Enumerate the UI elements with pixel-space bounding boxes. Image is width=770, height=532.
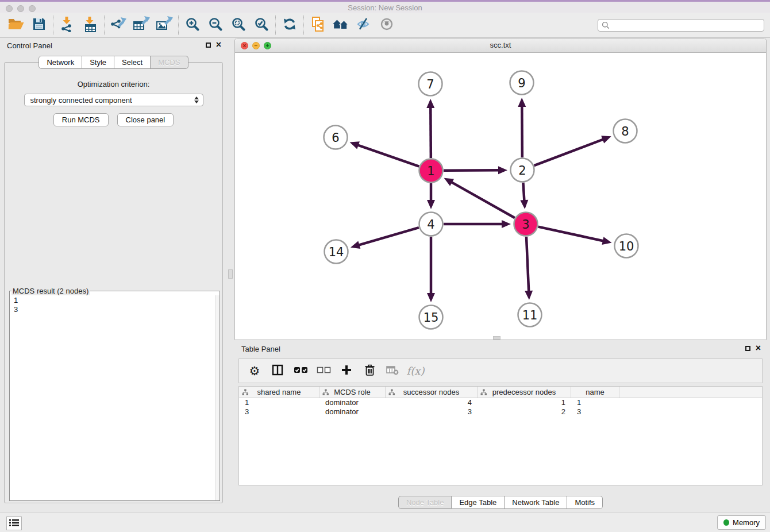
table-toolbar: ⚙ xyxy=(238,358,763,383)
graph-edge-1-2[interactable] xyxy=(444,166,507,174)
select-all-columns-button[interactable] xyxy=(292,361,309,381)
svg-text:7: 7 xyxy=(426,78,434,91)
column-header-successor-nodes[interactable]: successor nodes xyxy=(386,387,478,398)
tab-select[interactable]: Select xyxy=(114,56,151,69)
run-mcds-button[interactable]: Run MCDS xyxy=(53,113,109,126)
tab-motifs[interactable]: Motifs xyxy=(567,496,603,509)
close-panel-icon[interactable]: × xyxy=(216,42,221,48)
float-panel-icon[interactable] xyxy=(206,43,211,48)
tab-style[interactable]: Style xyxy=(82,56,114,69)
table-cell[interactable]: dominator xyxy=(319,398,386,407)
zoom-fit-button[interactable] xyxy=(227,14,250,36)
graph-edge-3-11[interactable] xyxy=(525,237,533,300)
network-canvas[interactable]: 1234678910111415 xyxy=(235,53,766,340)
mcds-result-text[interactable]: 1 3 xyxy=(10,295,220,315)
table-settings-button[interactable]: ⚙ xyxy=(246,361,263,381)
export-table-button[interactable] xyxy=(130,14,153,36)
memory-button[interactable]: Memory xyxy=(717,515,766,530)
houses-button[interactable] xyxy=(329,14,352,36)
plus-icon xyxy=(341,364,352,377)
graph-node-4[interactable]: 4 xyxy=(419,213,443,236)
vertical-splitter[interactable] xyxy=(227,38,234,512)
column-header-name[interactable]: name xyxy=(571,387,619,398)
graph-node-10[interactable]: 10 xyxy=(615,234,638,258)
task-history-button[interactable] xyxy=(6,516,22,530)
graph-edge-2-9[interactable] xyxy=(518,98,526,157)
clone-network-button[interactable] xyxy=(306,14,329,36)
graph-node-14[interactable]: 14 xyxy=(325,240,348,264)
column-header-MCDS-role[interactable]: MCDS role xyxy=(319,387,386,398)
table-cell[interactable]: 2 xyxy=(478,407,571,417)
import-network-button[interactable] xyxy=(56,14,79,36)
graph-edge-1-4[interactable] xyxy=(427,183,435,209)
table-cell[interactable]: 3 xyxy=(239,407,319,417)
table-row[interactable]: 1dominator411 xyxy=(239,398,762,407)
refresh-layout-button[interactable] xyxy=(278,14,301,36)
graph-node-11[interactable]: 11 xyxy=(518,303,542,327)
export-network-button[interactable] xyxy=(107,14,130,36)
graph-node-15[interactable]: 15 xyxy=(419,306,443,329)
tab-network-table[interactable]: Network Table xyxy=(505,496,567,509)
column-header-predecessor-nodes[interactable]: predecessor nodes xyxy=(478,387,571,398)
splitter-grip[interactable] xyxy=(228,269,233,279)
svg-text:3: 3 xyxy=(522,218,529,232)
graph-edge-2-3[interactable] xyxy=(520,183,528,209)
graph-node-3[interactable]: 3 xyxy=(514,213,538,236)
status-bar: Memory xyxy=(0,512,770,532)
result-scrollbar[interactable] xyxy=(215,295,220,500)
graph-node-8[interactable]: 8 xyxy=(614,119,637,143)
graph-edge-4-15[interactable] xyxy=(427,237,435,302)
apply-function-button[interactable]: f(x) xyxy=(407,361,424,381)
zoom-out-button[interactable] xyxy=(204,14,227,36)
table-cell[interactable]: 4 xyxy=(386,398,478,407)
clone-network-icon xyxy=(310,16,325,34)
toolbar-separator xyxy=(275,16,276,35)
import-table-button[interactable] xyxy=(79,14,102,36)
table-cell[interactable]: 3 xyxy=(386,407,478,417)
close-table-panel-icon[interactable]: × xyxy=(756,345,761,351)
graph-node-1[interactable]: 1 xyxy=(419,159,443,183)
table-cell[interactable]: 1 xyxy=(571,398,619,407)
tab-network[interactable]: Network xyxy=(38,56,82,69)
import-network-icon xyxy=(59,16,75,34)
save-session-button[interactable] xyxy=(28,14,51,36)
zoom-selected-button[interactable] xyxy=(250,14,273,36)
tab-node-table[interactable]: Node Table xyxy=(398,496,452,509)
tab-edge-table[interactable]: Edge Table xyxy=(452,496,505,509)
zoom-in-button[interactable] xyxy=(181,14,204,36)
show-eye-button[interactable] xyxy=(375,14,398,36)
column-header-shared-name[interactable]: shared name xyxy=(239,387,319,398)
unselect-all-columns-button[interactable] xyxy=(315,361,332,381)
graph-node-9[interactable]: 9 xyxy=(510,71,534,95)
canvas-bottom-grip[interactable] xyxy=(493,336,500,340)
graph-edge-1-6[interactable] xyxy=(350,141,419,166)
float-table-panel-icon[interactable] xyxy=(745,346,750,351)
table-tabs: Node TableEdge TableNetwork TableMotifs xyxy=(234,496,767,509)
zoom-fit-icon xyxy=(231,17,246,33)
graph-node-6[interactable]: 6 xyxy=(324,126,348,149)
delete-column-button[interactable] xyxy=(361,361,378,381)
table-cell[interactable]: 1 xyxy=(478,398,571,407)
close-panel-button[interactable]: Close panel xyxy=(117,113,174,126)
show-columns-button[interactable] xyxy=(269,361,286,381)
optimization-criterion-dropdown[interactable]: strongly connected component xyxy=(24,94,203,106)
graph-edge-2-8[interactable] xyxy=(534,136,611,165)
table-cell[interactable]: 1 xyxy=(239,398,319,407)
graph-edge-4-3[interactable] xyxy=(444,220,511,228)
graph-node-2[interactable]: 2 xyxy=(511,159,534,182)
table-cell[interactable]: dominator xyxy=(319,407,386,417)
graph-edge-3-10[interactable] xyxy=(538,227,611,245)
table-row[interactable]: 3dominator323 xyxy=(239,407,762,417)
tab-mcds[interactable]: MCDS xyxy=(151,56,188,69)
search-input[interactable] xyxy=(598,19,764,32)
graph-edge-4-14[interactable] xyxy=(351,228,419,249)
open-session-button[interactable] xyxy=(5,14,28,36)
graph-node-7[interactable]: 7 xyxy=(419,72,442,96)
create-column-button[interactable] xyxy=(338,361,355,381)
graph-edge-3-1[interactable] xyxy=(444,178,515,218)
delete-table-button[interactable] xyxy=(384,361,401,381)
hide-eye-button[interactable] xyxy=(352,14,375,36)
export-image-button[interactable] xyxy=(153,14,176,36)
table-cell[interactable]: 3 xyxy=(571,407,619,417)
graph-edge-1-7[interactable] xyxy=(426,99,434,158)
